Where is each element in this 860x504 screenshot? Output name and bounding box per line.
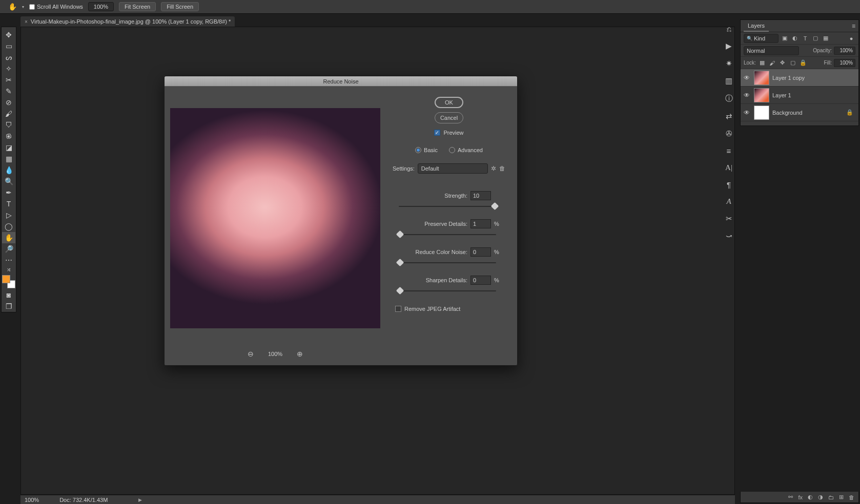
- histogram-panel-icon[interactable]: ▥: [725, 76, 732, 86]
- history-panel-icon[interactable]: ⎌: [727, 25, 731, 33]
- preview-image[interactable]: [170, 108, 380, 328]
- strength-slider[interactable]: [399, 203, 496, 210]
- filter-toggle-icon[interactable]: ●: [847, 34, 855, 43]
- swap-colors-icon[interactable]: ⤭: [2, 266, 15, 273]
- foreground-color-swatch[interactable]: [2, 275, 10, 283]
- layer-thumbnail[interactable]: [754, 71, 769, 85]
- strength-input[interactable]: 10: [470, 191, 491, 200]
- fit-screen-button[interactable]: Fit Screen: [119, 2, 156, 11]
- color-swatches[interactable]: [2, 275, 15, 288]
- history-brush-tool[interactable]: ֎: [2, 131, 15, 142]
- scroll-all-checkbox-input[interactable]: [29, 4, 35, 10]
- cancel-button[interactable]: Cancel: [435, 112, 463, 123]
- new-layer-icon[interactable]: ⊞: [839, 494, 844, 500]
- status-menu-caret[interactable]: ▶: [138, 497, 142, 502]
- layers-tab[interactable]: Layers: [744, 20, 769, 32]
- eyedropper-tool[interactable]: ✎: [2, 86, 15, 97]
- layer-row[interactable]: 👁 Layer 1 copy: [741, 69, 858, 87]
- zoom-level-field[interactable]: 100%: [88, 2, 114, 11]
- zoom-out-icon[interactable]: ⊖: [248, 350, 254, 358]
- magic-wand-tool[interactable]: ✧: [2, 63, 15, 74]
- edit-toolbar-icon[interactable]: ⋯: [2, 255, 15, 266]
- delete-settings-icon[interactable]: 🗑: [499, 165, 505, 172]
- zoom-tool[interactable]: 🔎: [2, 243, 15, 255]
- preserve-details-input[interactable]: 1: [470, 219, 491, 228]
- filter-pixel-icon[interactable]: ▣: [781, 34, 789, 43]
- fill-screen-button[interactable]: Fill Screen: [161, 2, 199, 11]
- clone-stamp-tool[interactable]: ⛉: [2, 119, 15, 131]
- layer-thumbnail[interactable]: [754, 88, 769, 102]
- lock-position-icon[interactable]: ✥: [779, 59, 787, 67]
- lock-transparency-icon[interactable]: ▦: [758, 59, 766, 67]
- filter-smart-icon[interactable]: ▦: [822, 34, 830, 43]
- document-tab[interactable]: × Virtual-Makeup-in-Photoshop-final_imag…: [21, 16, 235, 27]
- path-selection-tool[interactable]: ▷: [2, 209, 15, 221]
- group-layers-icon[interactable]: 🗀: [828, 494, 834, 500]
- lock-all-icon[interactable]: 🔒: [799, 59, 807, 67]
- info-panel-icon[interactable]: ⓘ: [725, 94, 733, 103]
- zoom-in-icon[interactable]: ⊕: [297, 350, 303, 358]
- advanced-mode-radio[interactable]: Advanced: [449, 147, 483, 153]
- tool-preset-dropdown[interactable]: ▾: [22, 5, 24, 9]
- glyphs-panel-icon[interactable]: A: [726, 197, 731, 206]
- remove-jpeg-artifact-checkbox[interactable]: Remove JPEG Artifact: [395, 306, 460, 312]
- swatches-panel-icon[interactable]: ✂: [726, 214, 732, 223]
- blend-mode-select[interactable]: Normal: [744, 46, 799, 55]
- lock-artboard-icon[interactable]: ▢: [789, 59, 797, 67]
- sharpen-details-slider[interactable]: [399, 287, 496, 295]
- opacity-field[interactable]: 100%: [834, 47, 855, 55]
- color-panel-icon[interactable]: ✷: [726, 59, 732, 68]
- adjustments-panel-icon[interactable]: ✇: [726, 129, 732, 138]
- blur-tool[interactable]: 💧: [2, 164, 15, 176]
- pen-tool[interactable]: ✒: [2, 187, 15, 198]
- visibility-eye-icon[interactable]: 👁: [743, 92, 751, 99]
- save-settings-icon[interactable]: ✲: [491, 165, 496, 172]
- dodge-tool[interactable]: 🔍: [2, 176, 15, 187]
- styles-panel-icon[interactable]: ⤻: [726, 232, 732, 241]
- preserve-details-slider[interactable]: [399, 231, 496, 238]
- gradient-tool[interactable]: ▦: [2, 153, 15, 164]
- visibility-eye-icon[interactable]: 👁: [743, 109, 751, 116]
- sharpen-details-input[interactable]: 0: [470, 276, 491, 285]
- layer-name-label[interactable]: Layer 1 copy: [772, 75, 805, 81]
- status-zoom[interactable]: 100%: [25, 497, 39, 503]
- layer-mask-icon[interactable]: ◐: [808, 494, 813, 500]
- lock-pixels-icon[interactable]: 🖌: [768, 59, 776, 67]
- filter-shape-icon[interactable]: ▢: [811, 34, 820, 43]
- layer-name-label[interactable]: Layer 1: [772, 92, 791, 98]
- filter-adjustment-icon[interactable]: ◐: [791, 34, 799, 43]
- properties-panel-icon[interactable]: ≡: [727, 146, 731, 155]
- preview-checkbox[interactable]: ✓ Preview: [434, 130, 463, 136]
- fill-field[interactable]: 100%: [834, 59, 855, 67]
- quick-mask-tool[interactable]: ◙: [2, 289, 15, 301]
- screen-mode-tool[interactable]: ❐: [2, 301, 15, 312]
- reduce-color-noise-input[interactable]: 0: [470, 247, 491, 257]
- actions-panel-icon[interactable]: ▶: [726, 41, 732, 51]
- scroll-all-windows-checkbox[interactable]: Scroll All Windows: [29, 4, 83, 10]
- layer-fx-icon[interactable]: fx: [798, 494, 803, 500]
- visibility-eye-icon[interactable]: 👁: [743, 74, 751, 81]
- delete-layer-icon[interactable]: 🗑: [849, 494, 854, 500]
- adjustment-layer-icon[interactable]: ◑: [818, 494, 823, 500]
- status-doc-info[interactable]: Doc: 732.4K/1.43M: [59, 497, 108, 503]
- move-tool[interactable]: ✥: [2, 29, 15, 40]
- character-panel-icon[interactable]: A|: [725, 163, 732, 172]
- lasso-tool[interactable]: ᔕ: [2, 52, 15, 63]
- settings-select[interactable]: Default: [418, 163, 488, 174]
- type-tool[interactable]: T: [2, 198, 15, 209]
- brush-tool[interactable]: 🖌: [2, 108, 15, 119]
- layer-row[interactable]: 👁 Background 🔒: [741, 104, 858, 121]
- layer-thumbnail[interactable]: [754, 106, 769, 120]
- shape-tool[interactable]: ◯: [2, 221, 15, 232]
- paragraph-panel-icon[interactable]: ¶: [727, 180, 731, 189]
- layer-row[interactable]: 👁 Layer 1: [741, 87, 858, 104]
- marquee-tool[interactable]: ▭: [2, 40, 15, 52]
- layer-name-label[interactable]: Background: [772, 110, 803, 116]
- close-tab-icon[interactable]: ×: [25, 19, 28, 25]
- dialog-title-bar[interactable]: Reduce Noise: [165, 76, 517, 87]
- eraser-tool[interactable]: ◪: [2, 142, 15, 153]
- hand-tool[interactable]: ✋: [2, 232, 15, 243]
- reduce-color-noise-slider[interactable]: [399, 259, 496, 266]
- ok-button[interactable]: OK: [435, 97, 463, 108]
- crop-tool[interactable]: ✂: [2, 74, 15, 86]
